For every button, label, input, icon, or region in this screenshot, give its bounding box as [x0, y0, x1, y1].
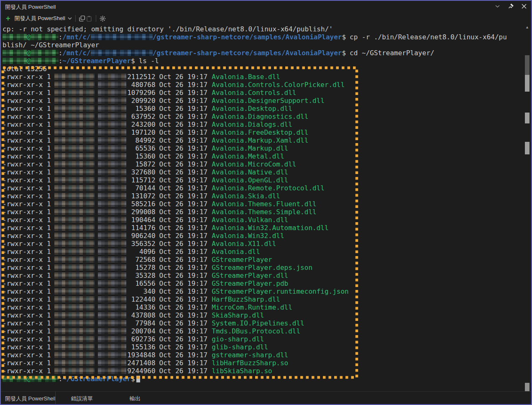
file-row: -rwxr-xr-x 1115712Oct 26 19:17Avalonia.O…	[3, 176, 524, 184]
redacted-owner	[54, 344, 95, 350]
redacted-group	[98, 169, 126, 175]
statusbar-tab-error-list[interactable]: 錯誤清單	[71, 395, 93, 402]
scrollbar-mark	[525, 142, 529, 154]
redacted-owner	[54, 233, 95, 239]
redacted-group	[98, 225, 126, 231]
file-size: 84992	[126, 136, 156, 144]
file-row: -rwxr-xr-x 1327680Oct 26 19:17Avalonia.N…	[3, 168, 524, 176]
file-row: -rwxr-xr-x 1637952Oct 26 19:17Avalonia.D…	[3, 113, 524, 120]
redacted-owner	[54, 177, 95, 183]
redacted-username	[3, 58, 27, 64]
redacted-group	[98, 241, 126, 247]
file-permissions: -rwxr-xr-x 1	[3, 287, 51, 295]
redacted-group	[98, 312, 126, 318]
file-date: Oct 26 19:17	[159, 327, 208, 335]
file-row: -rwxr-xr-x 1209920Oct 26 19:17Avalonia.D…	[3, 97, 524, 105]
redacted-path	[91, 50, 153, 56]
file-date: Oct 26 19:17	[159, 128, 208, 136]
redacted-group	[98, 177, 126, 183]
file-row: -rwxr-xr-x 11079296Oct 26 19:17Avalonia.…	[3, 89, 524, 97]
file-name: Avalonia.Metal.dll	[212, 152, 284, 160]
file-permissions: -rwxr-xr-x 1	[3, 81, 51, 89]
file-date: Oct 26 19:17	[159, 311, 208, 319]
redacted-group	[98, 217, 126, 223]
file-name: Avalonia.MicroCom.dll	[212, 160, 296, 168]
file-permissions: -rwxr-xr-x 1	[3, 216, 51, 224]
statusbar-tab-output[interactable]: 輸出	[130, 395, 141, 402]
redacted-owner	[54, 161, 95, 167]
file-permissions: -rwxr-xr-x 1	[3, 208, 51, 216]
chevron-down-icon[interactable]	[494, 3, 501, 10]
file-date: Oct 26 19:17	[159, 184, 208, 192]
file-permissions: -rwxr-xr-x 1	[3, 97, 51, 105]
file-size: 14336	[126, 303, 156, 311]
redacted-group	[98, 113, 126, 120]
shell-selector-label: 開發人員 PowerShell	[15, 15, 65, 22]
redacted-owner	[54, 352, 95, 358]
terminal-line-cp-wrap: blish/ ~/GStreamerPlayer	[3, 41, 524, 49]
file-size: 155136	[126, 343, 156, 351]
file-permissions: -rwxr-xr-x 1	[3, 192, 51, 200]
terminal-line-total: total 13256	[3, 65, 524, 73]
statusbar-tab-powershell[interactable]: 開發人員 PowerShell	[5, 395, 56, 402]
redacted-group	[98, 336, 126, 342]
file-row: -rwxr-xr-x 1114176Oct 26 19:17Avalonia.W…	[3, 224, 524, 232]
terminal-toolbar: + 開發人員 PowerShell	[1, 13, 531, 24]
gear-icon[interactable]	[100, 15, 106, 22]
file-name: libHarfBuzzSharp.so	[212, 359, 288, 367]
copy-icon[interactable]	[79, 15, 86, 22]
file-row: -rwxr-xr-x 116556Oct 26 19:17GStreamerPl…	[3, 279, 524, 287]
scrollbar[interactable]: ▲ ▼	[524, 25, 530, 402]
redacted-owner	[54, 113, 95, 120]
terminal-line-prompt-cp: @:/mnt/c//gstreamer-sharp-netcore/sample…	[3, 33, 524, 41]
terminal-line-prompt-cd: @:/mnt/c//gstreamer-sharp-netcore/sample…	[3, 49, 524, 57]
redacted-group	[98, 90, 126, 96]
file-permissions: -rwxr-xr-x 1	[3, 89, 51, 97]
statusbar-divider	[55, 392, 56, 404]
redacted-owner	[54, 209, 95, 215]
file-permissions: -rwxr-xr-x 1	[3, 160, 51, 168]
scroll-up-icon[interactable]: ▲	[524, 25, 530, 29]
redacted-owner	[54, 185, 95, 191]
redacted-owner	[54, 217, 95, 223]
file-name: MicroCom.Runtime.dll	[212, 303, 292, 311]
redacted-owner	[54, 169, 95, 175]
terminal-cursor	[136, 376, 140, 382]
chevron-down-icon	[68, 17, 72, 20]
file-permissions: -rwxr-xr-x 1	[3, 295, 51, 303]
redacted-owner	[54, 328, 95, 334]
file-row: -rwxr-xr-x 11934848Oct 26 19:17gstreamer…	[3, 351, 524, 359]
file-name: Avalonia.Native.dll	[212, 168, 288, 176]
file-permissions: -rwxr-xr-x 1	[3, 168, 51, 176]
file-size: 585216	[126, 200, 156, 208]
close-icon[interactable]	[520, 3, 528, 10]
window-title: 開發人員 PowerShell	[5, 3, 56, 11]
file-size: 243200	[126, 120, 156, 128]
file-permissions: -rwxr-xr-x 1	[3, 224, 51, 232]
file-permissions: -rwxr-xr-x 1	[3, 120, 51, 128]
file-date: Oct 26 19:17	[159, 359, 208, 367]
file-date: Oct 26 19:17	[159, 240, 208, 248]
file-name: Avalonia.Controls.ColorPicker.dll	[212, 81, 345, 89]
paste-icon[interactable]	[86, 15, 92, 22]
new-tab-button[interactable]: +	[6, 15, 10, 22]
file-date: Oct 26 19:17	[159, 120, 208, 128]
file-date: Oct 26 19:17	[159, 303, 208, 311]
redacted-hostname	[31, 34, 59, 40]
file-date: Oct 26 19:17	[159, 343, 208, 351]
shell-selector[interactable]: 開發人員 PowerShell	[15, 15, 72, 22]
redacted-owner	[54, 272, 95, 279]
file-permissions: -rwxr-xr-x 1	[3, 256, 51, 264]
redacted-username	[3, 34, 27, 40]
file-name: HarfBuzzSharp.dll	[212, 295, 280, 303]
file-date: Oct 26 19:17	[159, 335, 208, 343]
status-bar: 開發人員 PowerShell 錯誤清單 輸出	[1, 391, 531, 404]
file-date: Oct 26 19:17	[159, 351, 208, 359]
scrollbar-thumb[interactable]	[525, 75, 529, 92]
file-name: Avalonia.Base.dll	[212, 73, 280, 81]
file-row: -rwxr-xr-x 177984Oct 26 19:17System.IO.P…	[3, 319, 524, 327]
pin-icon[interactable]	[507, 3, 514, 10]
file-date: Oct 26 19:17	[159, 208, 208, 216]
file-row: -rwxr-xr-x 115360Oct 26 19:17Avalonia.De…	[3, 105, 524, 113]
file-size: 637952	[126, 113, 156, 120]
